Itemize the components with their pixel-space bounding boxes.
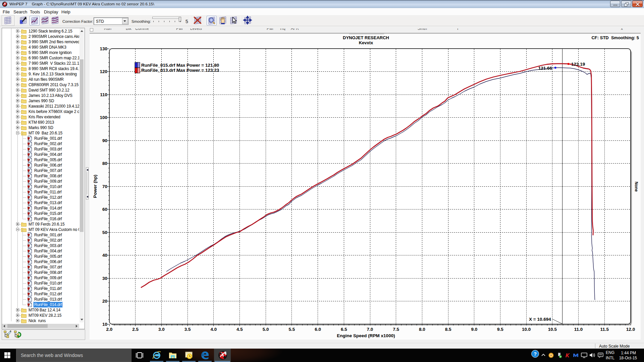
svg-text:120: 120 xyxy=(100,69,107,74)
svg-text:Kevxtx: Kevxtx xyxy=(359,40,373,45)
svg-text:10.5: 10.5 xyxy=(548,327,557,332)
svg-text:6.5: 6.5 xyxy=(341,327,347,332)
svg-text:40: 40 xyxy=(102,253,107,258)
svg-text:8.5: 8.5 xyxy=(445,327,451,332)
svg-text:2.5: 2.5 xyxy=(132,327,139,332)
svg-text:10: 10 xyxy=(102,322,107,327)
svg-text:110: 110 xyxy=(100,92,107,97)
svg-text:30: 30 xyxy=(102,276,107,281)
svg-text:5.5: 5.5 xyxy=(289,327,295,332)
svg-text:123.19: 123.19 xyxy=(571,62,585,67)
svg-text:70: 70 xyxy=(102,184,107,189)
svg-text:?: ? xyxy=(534,351,537,357)
svg-text:5.0: 5.0 xyxy=(263,327,269,332)
svg-text:50: 50 xyxy=(102,230,107,235)
svg-text:CF: STD Smoothing: 5: CF: STD Smoothing: 5 xyxy=(591,35,639,40)
svg-text:8.0: 8.0 xyxy=(419,327,425,332)
svg-text:RunFile_013.drf Max Power = 12: RunFile_013.drf Max Power = 123.23 xyxy=(141,68,219,73)
svg-text:11.5: 11.5 xyxy=(600,327,609,332)
svg-text:7.0: 7.0 xyxy=(367,327,373,332)
svg-text:10.0: 10.0 xyxy=(522,327,531,332)
svg-text:9.0: 9.0 xyxy=(471,327,477,332)
svg-text:None: None xyxy=(634,182,639,192)
svg-text:3.0: 3.0 xyxy=(158,327,165,332)
svg-text:Power (hp): Power (hp) xyxy=(93,175,98,198)
svg-text:Engine Speed (RPM x1000): Engine Speed (RPM x1000) xyxy=(337,333,395,338)
svg-text:3.5: 3.5 xyxy=(184,327,191,332)
svg-text:12.0: 12.0 xyxy=(626,327,635,332)
svg-text:11.0: 11.0 xyxy=(574,327,583,332)
svg-text:9.5: 9.5 xyxy=(497,327,503,332)
svg-text:80: 80 xyxy=(102,161,107,166)
svg-text:4.0: 4.0 xyxy=(210,327,217,332)
svg-text:4.5: 4.5 xyxy=(236,327,243,332)
svg-text:2.0: 2.0 xyxy=(106,327,113,332)
svg-text:130: 130 xyxy=(100,46,107,51)
svg-text:6.0: 6.0 xyxy=(315,327,321,332)
svg-text:RunFile_015.drf Max Power = 12: RunFile_015.drf Max Power = 121.80 xyxy=(141,63,219,68)
svg-text:90: 90 xyxy=(102,138,107,143)
svg-text:121.66: 121.66 xyxy=(538,66,552,71)
svg-text:X = 10.694: X = 10.694 xyxy=(529,317,551,322)
svg-text:100: 100 xyxy=(100,115,107,120)
svg-text:20: 20 xyxy=(102,299,107,304)
svg-text:60: 60 xyxy=(102,207,107,212)
svg-text:DYNOJET RESEARCH: DYNOJET RESEARCH xyxy=(343,35,389,40)
svg-text:7.5: 7.5 xyxy=(393,327,399,332)
